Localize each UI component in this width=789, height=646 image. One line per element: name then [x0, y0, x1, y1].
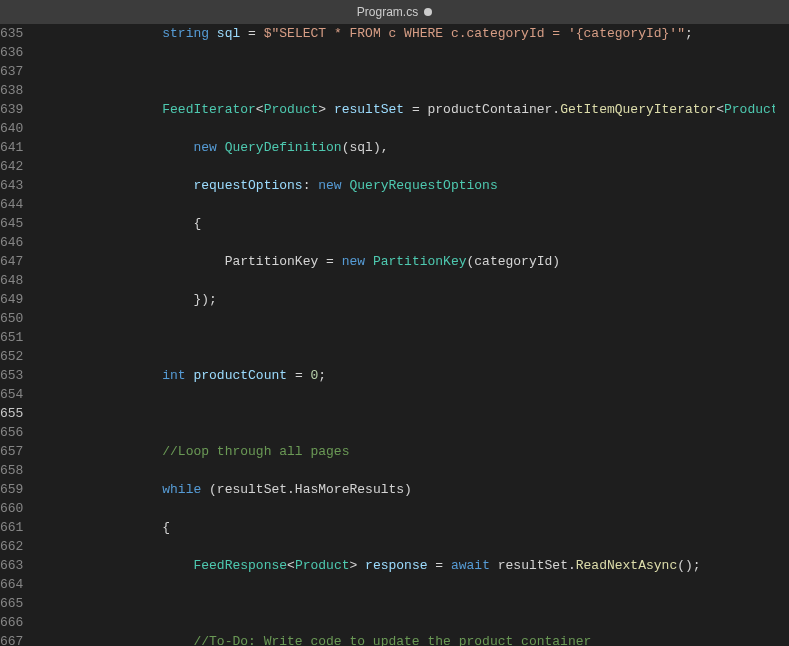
token-kw: string	[162, 26, 209, 41]
line-number: 643	[0, 176, 23, 195]
line-number: 658	[0, 461, 23, 480]
line-number: 648	[0, 271, 23, 290]
token-punc: resultSet.	[490, 558, 576, 573]
line-number: 644	[0, 195, 23, 214]
token-var: response	[365, 558, 427, 573]
code-line[interactable]	[37, 328, 789, 347]
line-number: 662	[0, 537, 23, 556]
line-number: 660	[0, 499, 23, 518]
token-kw: await	[451, 558, 490, 573]
token-kw: new	[193, 140, 216, 155]
token-type: FeedIterator	[162, 102, 256, 117]
line-number: 641	[0, 138, 23, 157]
tab-filename: Program.cs	[357, 5, 418, 19]
token-punc: (sql),	[342, 140, 389, 155]
code-line[interactable]: //To-Do: Write code to update the produc…	[37, 632, 789, 646]
token-punc	[217, 140, 225, 155]
line-number: 664	[0, 575, 23, 594]
code-line[interactable]	[37, 594, 789, 613]
code-line[interactable]: int productCount = 0;	[37, 366, 789, 385]
token-cmt: //To-Do: Write code to update the produc…	[193, 634, 591, 646]
token-type: QueryDefinition	[225, 140, 342, 155]
token-var: requestOptions	[193, 178, 302, 193]
token-punc: <	[716, 102, 724, 117]
code-line[interactable]: });	[37, 290, 789, 309]
token-punc: =	[287, 368, 310, 383]
vertical-scrollbar[interactable]	[775, 24, 789, 646]
token-cmt: //Loop through all pages	[162, 444, 349, 459]
token-punc: <	[256, 102, 264, 117]
token-punc	[209, 26, 217, 41]
token-punc: {	[162, 520, 170, 535]
token-kw: while	[162, 482, 201, 497]
token-punc: =	[428, 558, 451, 573]
line-number: 647	[0, 252, 23, 271]
line-number: 666	[0, 613, 23, 632]
token-punc: >	[318, 102, 334, 117]
token-punc: =	[318, 254, 341, 269]
title-bar: Program.cs	[0, 0, 789, 24]
line-number: 659	[0, 480, 23, 499]
token-fn: GetItemQueryIterator	[560, 102, 716, 117]
token-punc: (resultSet.HasMoreResults)	[201, 482, 412, 497]
line-number: 640	[0, 119, 23, 138]
token-punc: ;	[685, 26, 693, 41]
token-punc: :	[303, 178, 319, 193]
code-line[interactable]: FeedResponse<Product> response = await r…	[37, 556, 789, 575]
token-punc: ();	[677, 558, 700, 573]
token-type: Product	[264, 102, 319, 117]
line-number: 645	[0, 214, 23, 233]
token-punc: >	[349, 558, 365, 573]
line-number: 636	[0, 43, 23, 62]
token-var: productCount	[193, 368, 287, 383]
token-punc	[365, 254, 373, 269]
line-number: 656	[0, 423, 23, 442]
line-number: 665	[0, 594, 23, 613]
line-number: 652	[0, 347, 23, 366]
token-var: sql	[217, 26, 240, 41]
line-number: 639	[0, 100, 23, 119]
editor[interactable]: 6356366376386396406416426436446456466476…	[0, 24, 789, 646]
token-type: Product	[724, 102, 779, 117]
token-type: Product	[295, 558, 350, 573]
code-line[interactable]: string sql = $"SELECT * FROM c WHERE c.c…	[37, 24, 789, 43]
token-kw: int	[162, 368, 185, 383]
line-number: 638	[0, 81, 23, 100]
line-number: 642	[0, 157, 23, 176]
code-line[interactable]	[37, 62, 789, 81]
line-number: 663	[0, 556, 23, 575]
line-number: 654	[0, 385, 23, 404]
code-line[interactable]: requestOptions: new QueryRequestOptions	[37, 176, 789, 195]
code-area[interactable]: string sql = $"SELECT * FROM c WHERE c.c…	[37, 24, 789, 646]
token-punc: {	[193, 216, 201, 231]
code-line[interactable]: PartitionKey = new PartitionKey(category…	[37, 252, 789, 271]
dirty-indicator-icon	[424, 8, 432, 16]
line-number: 635	[0, 24, 23, 43]
line-number: 649	[0, 290, 23, 309]
code-line[interactable]: new QueryDefinition(sql),	[37, 138, 789, 157]
code-line[interactable]	[37, 404, 789, 423]
token-punc: });	[193, 292, 216, 307]
token-type: QueryRequestOptions	[349, 178, 497, 193]
token-punc: = productContainer.	[404, 102, 560, 117]
token-punc: =	[240, 26, 263, 41]
token-punc: ;	[318, 368, 326, 383]
code-line[interactable]: {	[37, 518, 789, 537]
code-line[interactable]: FeedIterator<Product> resultSet = produc…	[37, 100, 789, 119]
token-kw: new	[318, 178, 341, 193]
line-number: 650	[0, 309, 23, 328]
token-prop: PartitionKey	[225, 254, 319, 269]
line-number: 655	[0, 404, 23, 423]
line-number: 646	[0, 233, 23, 252]
line-number: 651	[0, 328, 23, 347]
active-tab[interactable]: Program.cs	[357, 5, 432, 19]
token-var: resultSet	[334, 102, 404, 117]
line-number-gutter: 6356366376386396406416426436446456466476…	[0, 24, 37, 646]
token-punc: (categoryId)	[467, 254, 561, 269]
token-fn: ReadNextAsync	[576, 558, 677, 573]
code-line[interactable]: //Loop through all pages	[37, 442, 789, 461]
line-number: 667	[0, 632, 23, 646]
token-punc: <	[287, 558, 295, 573]
code-line[interactable]: while (resultSet.HasMoreResults)	[37, 480, 789, 499]
code-line[interactable]: {	[37, 214, 789, 233]
